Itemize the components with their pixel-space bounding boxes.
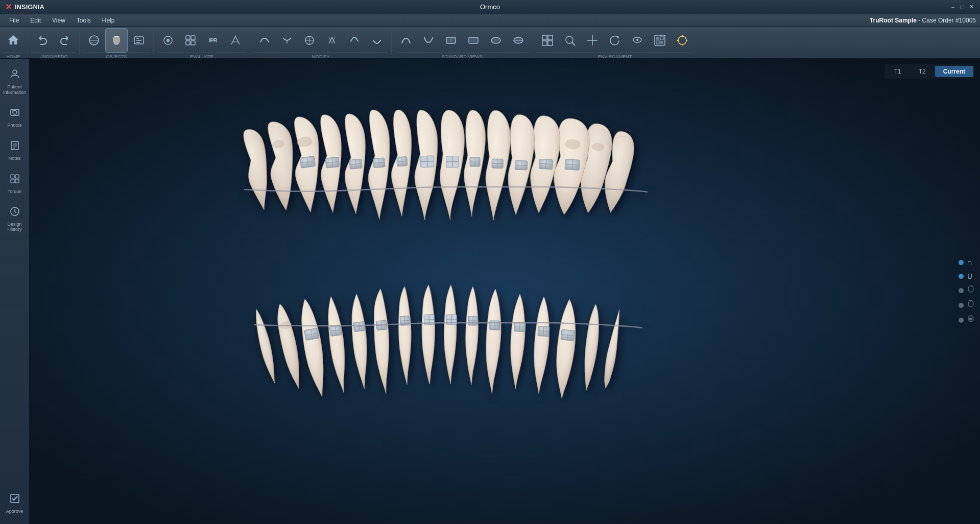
case-separator: - bbox=[918, 17, 922, 24]
svg-rect-8 bbox=[186, 41, 190, 45]
modify-btn2[interactable] bbox=[276, 28, 298, 53]
svg-line-26 bbox=[572, 42, 575, 45]
env-btn1[interactable] bbox=[536, 28, 559, 53]
tab-t1[interactable]: T1 bbox=[886, 66, 910, 77]
minimize-button[interactable]: − bbox=[949, 4, 957, 11]
window-controls: − □ ✕ bbox=[949, 4, 975, 11]
env-btn7[interactable] bbox=[671, 28, 694, 53]
viewport[interactable]: T1 T2 Current ∩ ∪ bbox=[30, 59, 980, 524]
svg-point-30 bbox=[636, 39, 638, 41]
sidebar-item-patient-info[interactable]: Patient Information bbox=[2, 64, 28, 100]
sv-btn2[interactable] bbox=[417, 28, 440, 53]
sidebar-item-photos[interactable]: Photos bbox=[2, 102, 28, 133]
toolbar-group-standard-views: STANDARD VIEWS bbox=[395, 28, 530, 57]
sv-btn6[interactable] bbox=[507, 28, 530, 53]
right-panel-controls: ∩ ∪ bbox=[959, 258, 975, 325]
env-btn4[interactable] bbox=[604, 28, 626, 53]
case-name: TruRoot Sample bbox=[870, 17, 917, 24]
title-bar: ✕ INSIGNIA Ormco − □ ✕ bbox=[0, 0, 980, 14]
rp-dot-3 bbox=[959, 288, 964, 293]
sidebar-label-photos: Photos bbox=[7, 123, 21, 128]
view-tabs: T1 T2 Current bbox=[885, 64, 975, 79]
logo-x: ✕ bbox=[5, 2, 12, 12]
svg-point-41 bbox=[13, 70, 17, 74]
rp-item-2[interactable]: ∪ bbox=[959, 271, 975, 281]
toolbar: HOME UNDO/REDO bbox=[0, 27, 980, 59]
svg-rect-7 bbox=[191, 36, 195, 40]
sv-btn5[interactable] bbox=[485, 28, 507, 53]
approve-icon bbox=[9, 493, 20, 507]
rp-item-3[interactable] bbox=[959, 285, 975, 296]
close-button[interactable]: ✕ bbox=[968, 4, 975, 11]
objects-btn1[interactable] bbox=[83, 28, 105, 53]
undo-button[interactable] bbox=[31, 28, 54, 53]
menu-file[interactable]: File bbox=[4, 16, 24, 25]
env-btn6[interactable] bbox=[649, 28, 671, 53]
sv-btn1[interactable] bbox=[395, 28, 417, 53]
svg-rect-9 bbox=[191, 41, 195, 45]
env-btn2[interactable] bbox=[559, 28, 581, 53]
menu-bar: File Edit View Tools Help TruRoot Sample… bbox=[0, 14, 980, 27]
rp-dot-5 bbox=[959, 318, 964, 323]
modify-btn1[interactable] bbox=[253, 28, 276, 53]
rp-tooth-3-icon bbox=[967, 315, 975, 325]
menu-edit[interactable]: Edit bbox=[25, 16, 46, 25]
sidebar-label-design-history: Design History bbox=[7, 222, 21, 233]
svg-rect-22 bbox=[548, 35, 553, 40]
rp-item-4[interactable] bbox=[959, 300, 975, 311]
modify-btn6[interactable] bbox=[366, 28, 388, 53]
svg-rect-35 bbox=[660, 41, 663, 44]
rp-arch-lower-icon: ∪ bbox=[967, 271, 973, 281]
menu-tools[interactable]: Tools bbox=[71, 16, 96, 25]
svg-rect-133 bbox=[969, 318, 972, 320]
sidebar-label-torque: Torque bbox=[8, 189, 22, 195]
rp-dot-2 bbox=[959, 274, 964, 279]
sv-btn4[interactable] bbox=[462, 28, 485, 53]
evaluate-ipr[interactable]: IPR bbox=[202, 28, 224, 53]
app-logo: ✕ INSIGNIA bbox=[5, 2, 44, 12]
modify-btn4[interactable] bbox=[321, 28, 343, 53]
modify-btn3[interactable] bbox=[298, 28, 321, 53]
svg-rect-52 bbox=[15, 179, 19, 183]
rp-tooth-2-icon bbox=[967, 300, 975, 311]
svg-rect-45 bbox=[11, 141, 18, 150]
svg-rect-51 bbox=[11, 179, 14, 183]
evaluate-btn4[interactable] bbox=[224, 28, 247, 53]
menu-help[interactable]: Help bbox=[97, 16, 120, 25]
sidebar-label-approve: Approve bbox=[6, 509, 23, 514]
redo-button[interactable] bbox=[54, 28, 76, 53]
env-btn3[interactable] bbox=[581, 28, 604, 53]
toolbar-label-standard-views: STANDARD VIEWS bbox=[395, 53, 530, 60]
sidebar-item-design-history[interactable]: Design History bbox=[2, 202, 28, 237]
rp-item-5[interactable] bbox=[959, 315, 975, 325]
rp-arch-upper-icon: ∩ bbox=[967, 258, 973, 267]
tab-current[interactable]: Current bbox=[935, 66, 973, 77]
evaluate-btn2[interactable] bbox=[179, 28, 202, 53]
svg-rect-23 bbox=[542, 41, 547, 45]
toolbar-group-modify: MODIFY bbox=[253, 28, 388, 57]
menu-view[interactable]: View bbox=[47, 16, 70, 25]
sidebar-item-approve[interactable]: Approve bbox=[2, 488, 28, 519]
toolbar-label-home: HOME bbox=[2, 53, 25, 60]
objects-btn3[interactable] bbox=[128, 28, 150, 53]
sv-btn3[interactable] bbox=[440, 28, 462, 53]
svg-rect-17 bbox=[469, 37, 478, 43]
evaluate-btn1[interactable] bbox=[157, 28, 179, 53]
maximize-button[interactable]: □ bbox=[959, 4, 966, 11]
rp-item-1[interactable]: ∩ bbox=[959, 258, 975, 267]
sidebar-label-patient-info: Patient Information bbox=[3, 84, 26, 96]
sidebar-item-torque[interactable]: Torque bbox=[2, 169, 28, 199]
objects-btn2[interactable] bbox=[105, 28, 128, 53]
modify-btn5[interactable] bbox=[343, 28, 366, 53]
app-title: Ormco bbox=[480, 3, 500, 11]
tab-t2[interactable]: T2 bbox=[911, 66, 934, 77]
toolbar-label-environment: ENVIRONMENT bbox=[536, 53, 694, 60]
home-button[interactable] bbox=[2, 28, 25, 53]
toolbar-label-modify: MODIFY bbox=[253, 53, 388, 60]
patient-info-icon bbox=[9, 68, 20, 82]
rp-dot-4 bbox=[959, 303, 964, 308]
env-btn5[interactable] bbox=[626, 28, 649, 53]
svg-rect-50 bbox=[15, 175, 19, 178]
sidebar-item-notes[interactable]: Notes bbox=[2, 135, 28, 166]
sidebar: Patient Information Photos Notes Torque … bbox=[0, 59, 30, 524]
